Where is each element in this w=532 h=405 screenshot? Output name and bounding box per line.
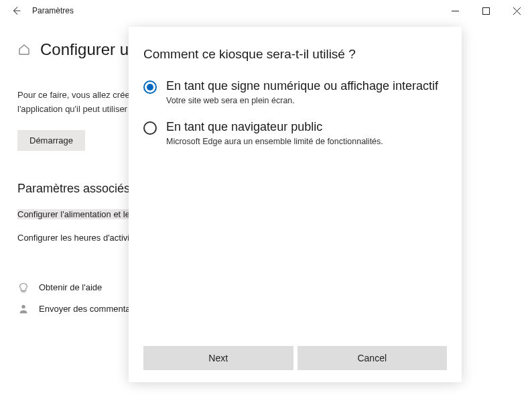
option-description: Microsoft Edge aura un ensemble limité d… bbox=[166, 137, 383, 146]
radio-unselected-icon bbox=[143, 121, 157, 135]
svg-rect-1 bbox=[482, 7, 489, 14]
option-label: En tant que navigateur public bbox=[166, 120, 383, 134]
related-link-active-hours[interactable]: Configurer les heures d'activité bbox=[17, 233, 137, 243]
option-label: En tant que signe numérique ou affichage… bbox=[166, 79, 438, 93]
minimize-icon bbox=[452, 7, 459, 15]
page-title: Configurer un bbox=[40, 40, 137, 59]
dialog-footer: Next Cancel bbox=[143, 346, 447, 370]
get-help-label: Obtenir de l'aide bbox=[39, 282, 102, 292]
next-button[interactable]: Next bbox=[143, 346, 293, 370]
window-title: Paramètres bbox=[32, 6, 74, 15]
radio-selected-icon bbox=[143, 80, 157, 94]
arrow-left-icon bbox=[11, 6, 21, 15]
help-icon bbox=[17, 282, 29, 294]
cancel-button[interactable]: Cancel bbox=[297, 346, 448, 370]
option-public-browser[interactable]: En tant que navigateur public Microsoft … bbox=[143, 120, 447, 146]
close-button[interactable] bbox=[501, 0, 532, 21]
titlebar: Paramètres bbox=[0, 0, 532, 21]
kiosk-dialog: Comment ce kiosque sera-t-il utilisé ? E… bbox=[129, 27, 462, 382]
minimize-button[interactable] bbox=[440, 0, 470, 21]
maximize-button[interactable] bbox=[470, 0, 501, 21]
option-body: En tant que signe numérique ou affichage… bbox=[166, 79, 438, 105]
option-body: En tant que navigateur public Microsoft … bbox=[166, 120, 383, 146]
svg-point-5 bbox=[21, 304, 25, 308]
home-icon bbox=[17, 43, 31, 56]
window-controls bbox=[440, 0, 532, 21]
start-button[interactable]: Démarrage bbox=[17, 130, 85, 151]
dialog-title: Comment ce kiosque sera-t-il utilisé ? bbox=[143, 47, 447, 62]
option-digital-sign[interactable]: En tant que signe numérique ou affichage… bbox=[143, 79, 447, 105]
feedback-icon bbox=[17, 303, 29, 315]
close-icon bbox=[513, 7, 521, 15]
maximize-icon bbox=[482, 7, 490, 15]
option-description: Votre site web sera en plein écran. bbox=[166, 96, 438, 105]
back-button[interactable] bbox=[7, 1, 25, 20]
